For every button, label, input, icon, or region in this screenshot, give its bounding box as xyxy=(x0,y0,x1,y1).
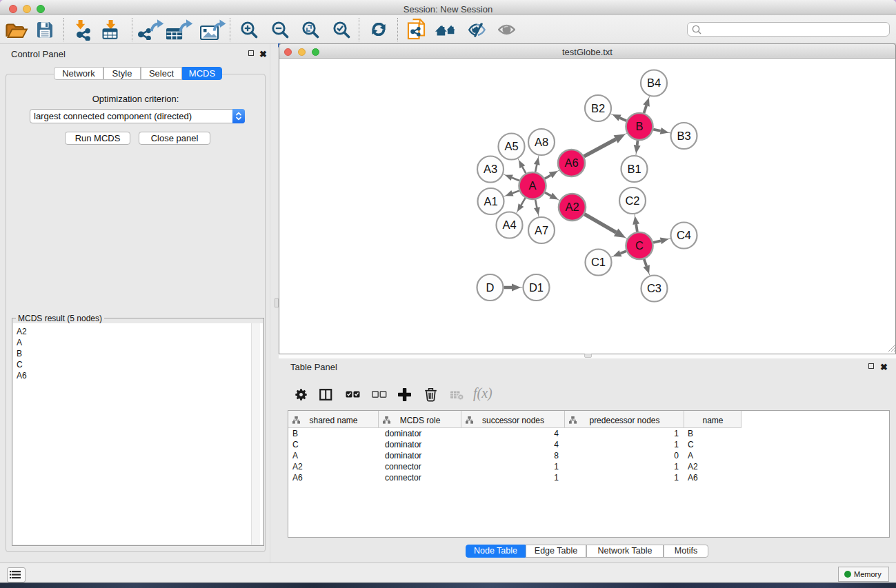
svg-text:A: A xyxy=(528,179,536,192)
svg-text:B4: B4 xyxy=(647,77,661,89)
svg-text:A5: A5 xyxy=(504,140,518,152)
svg-text:C4: C4 xyxy=(677,229,691,241)
svg-text:A7: A7 xyxy=(535,224,548,236)
svg-text:A6: A6 xyxy=(564,156,578,169)
svg-text:C: C xyxy=(635,239,644,252)
svg-text:B: B xyxy=(635,120,643,132)
svg-text:A4: A4 xyxy=(502,219,516,231)
svg-text:A1: A1 xyxy=(484,195,497,207)
svg-text:A2: A2 xyxy=(565,201,579,213)
svg-text:B2: B2 xyxy=(591,102,605,114)
svg-text:C3: C3 xyxy=(647,282,661,294)
svg-text:A3: A3 xyxy=(484,163,497,175)
svg-text:D1: D1 xyxy=(529,281,544,294)
svg-text:C1: C1 xyxy=(591,256,606,268)
svg-text:A8: A8 xyxy=(535,136,548,148)
svg-text:C2: C2 xyxy=(625,194,639,207)
svg-text:B1: B1 xyxy=(627,163,641,175)
svg-text:B3: B3 xyxy=(677,130,690,142)
svg-text:D: D xyxy=(486,281,495,294)
